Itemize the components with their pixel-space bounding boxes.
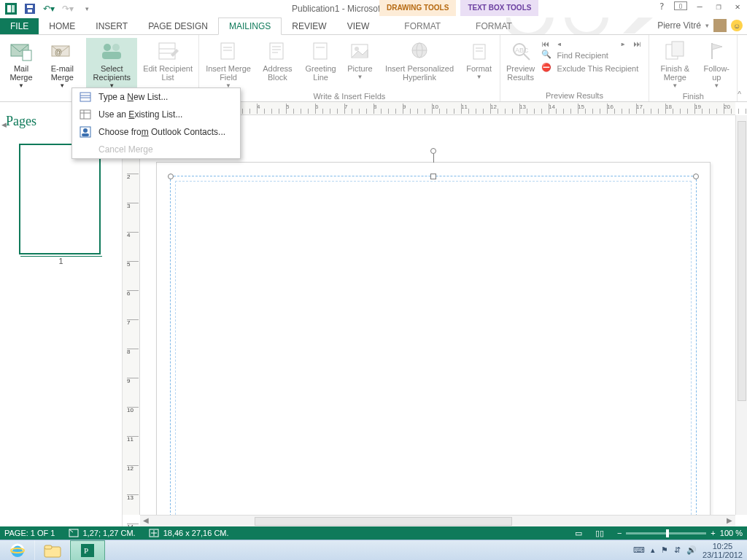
mail-merge-icon [9,39,33,63]
page-thumbnail-1[interactable] [19,144,101,254]
svg-rect-32 [473,44,485,59]
mail-merge-label: Mail Merge [6,64,36,82]
insert-personalized-hyperlink-button: Insert Personalized Hyperlink [380,38,458,90]
zoom-in-button[interactable]: + [711,529,715,537]
insert-merge-field-icon [217,39,240,63]
size-icon [149,529,159,537]
tab-mailings[interactable]: MAILINGS [218,18,282,35]
help-button[interactable]: ? [655,1,668,12]
email-merge-button[interactable]: @ E-mail Merge▼ [42,38,82,90]
svg-point-28 [355,47,359,51]
select-recipients-label: Select Recipients [88,64,136,82]
exclude-recipient-button: ⛔Exclude This Recipient [541,63,645,74]
minimize-button[interactable]: — [693,1,706,12]
publication-page[interactable] [156,162,711,526]
qat-undo-button[interactable]: ↶▾ [41,1,57,17]
select-recipients-icon [100,39,123,63]
tray-clock[interactable]: 10:25 23/11/2012 [703,542,743,559]
group-write-label: Write & Insert Fields [204,90,495,101]
menu-type-new-list[interactable]: Type a New List... [72,88,240,106]
vertical-scrollbar[interactable] [735,115,747,515]
select-recipients-button[interactable]: Select Recipients▼ [86,38,137,90]
resize-handle-n[interactable] [430,174,436,179]
taskbar-explorer-button[interactable] [35,540,70,561]
user-name[interactable]: Pierre Vitré [657,20,701,31]
app-icon [3,1,19,17]
qat-save-button[interactable] [22,1,38,17]
view-two-page-button[interactable]: ▯▯ [595,529,604,538]
vscroll-thumb[interactable] [738,121,746,401]
text-box[interactable] [170,176,697,526]
tab-page-design[interactable]: PAGE DESIGN [138,18,218,34]
status-bar: PAGE: 1 OF 1 1,27; 1,27 CM. 18,46 x 27,1… [0,526,747,540]
tab-textbox-format[interactable]: FORMAT [465,18,522,34]
taskbar-ie-button[interactable] [0,540,35,561]
tab-review[interactable]: REVIEW [282,18,336,34]
svg-rect-49 [82,133,89,136]
menu-use-existing-list[interactable]: Use an Existing List... [72,106,240,123]
svg-rect-3 [7,5,11,12]
zoom-slider[interactable] [626,532,706,534]
svg-rect-7 [28,9,32,12]
tab-view[interactable]: VIEW [337,18,380,34]
status-position: 1,27; 1,27 CM. [69,529,136,537]
avatar[interactable] [713,19,727,32]
scroll-right-button[interactable]: ▶ [724,516,735,526]
menu-choose-outlook[interactable]: Choose from Outlook Contacts... [72,123,240,141]
mail-merge-button[interactable]: Mail Merge▼ [4,38,38,90]
hscroll-thumb[interactable] [255,517,512,526]
tab-file[interactable]: FILE [0,18,39,34]
resize-handle-nw[interactable] [168,174,174,179]
tab-insert[interactable]: INSERT [85,18,138,34]
contextual-tab-drawing: DRAWING TOOLS [379,0,456,16]
exclude-icon: ⛔ [541,63,553,74]
email-merge-icon: @ [50,39,74,63]
svg-rect-25 [314,43,327,59]
menu-cancel-merge: Cancel Merge [72,141,240,158]
tab-home[interactable]: HOME [39,18,85,34]
tab-drawing-format[interactable]: FORMAT [394,18,451,34]
zoom-level[interactable]: 100 % [720,529,743,537]
contacts-icon [80,126,91,138]
finish-merge-icon [663,39,686,63]
address-block-icon [266,39,289,63]
svg-rect-58 [44,545,52,549]
vertical-ruler[interactable]: 01234567891011121314 [123,115,140,515]
collapse-ribbon-button[interactable]: ^ [738,90,747,101]
view-single-page-button[interactable]: ▭ [575,529,582,538]
close-button[interactable]: ✕ [731,1,744,12]
flag-icon [705,39,728,63]
ribbon-display-button[interactable]: ▯ [674,1,687,10]
status-object-size: 18,46 x 27,16 CM. [149,529,229,537]
qat-customize-button[interactable]: ▾ [79,1,95,17]
pages-pane: Pages ◀ 1 [0,102,123,526]
tray-flag-icon[interactable]: ⚑ [661,545,668,555]
address-block-button: Address Block [258,38,298,90]
emoji-status-icon[interactable]: ☺ [731,20,743,31]
collapse-pages-button[interactable]: ◀ [1,121,7,128]
edit-recipient-list-button: Edit Recipient List [142,38,194,90]
email-merge-label: E-mail Merge [44,64,80,82]
restore-button[interactable]: ❐ [712,1,725,12]
contextual-tab-textbox: TEXT BOX TOOLS [460,0,538,16]
tray-keyboard-icon[interactable]: ⌨ [633,545,645,555]
user-menu-caret[interactable]: ▾ [705,22,709,29]
scroll-left-button[interactable]: ◀ [140,516,152,526]
canvas-area[interactable]: 012345678910111213141516171819202122 012… [123,102,747,526]
edit-recipient-list-label: Edit Recipient List [143,64,193,82]
tray-show-hidden-button[interactable]: ▴ [651,545,655,555]
zoom-out-button[interactable]: − [617,529,622,537]
svg-point-13 [112,44,120,51]
rotation-handle[interactable] [430,148,436,154]
resize-handle-ne[interactable] [693,174,699,179]
status-page[interactable]: PAGE: 1 OF 1 [4,529,55,537]
windows-taskbar: P ⌨ ▴ ⚑ ⇵ 🔊 10:25 23/11/2012 [0,540,747,560]
tray-volume-icon[interactable]: 🔊 [686,545,697,555]
qat-redo-button[interactable]: ↷▾ [60,1,76,17]
page-thumbnail-number: 1 [20,256,102,265]
tray-network-icon[interactable]: ⇵ [674,545,681,555]
taskbar-publisher-button[interactable]: P [70,540,105,561]
horizontal-scrollbar[interactable]: ◀ ▶ [140,515,735,526]
svg-line-51 [69,529,73,532]
svg-rect-18 [221,43,234,59]
